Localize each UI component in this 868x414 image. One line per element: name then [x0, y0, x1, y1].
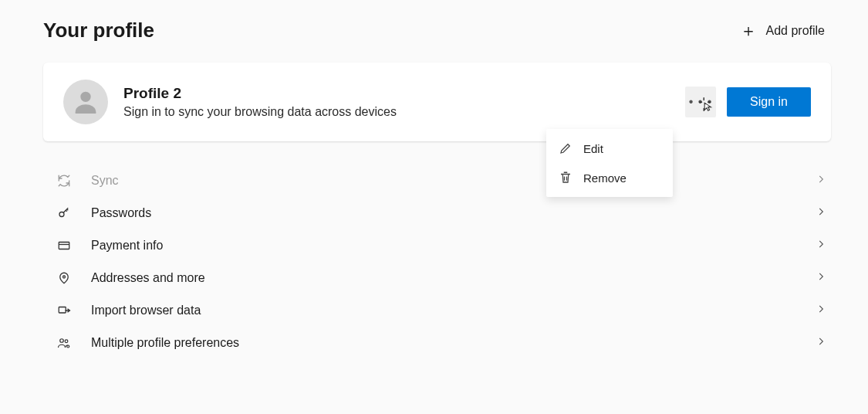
multiple-profile-row[interactable]: Multiple profile preferences [43, 327, 831, 359]
add-profile-label: Add profile [766, 24, 826, 38]
import-data-row[interactable]: Import browser data [43, 294, 831, 327]
sync-row[interactable]: Sync [43, 165, 831, 197]
card-icon [54, 239, 74, 253]
sync-label: Sync [91, 174, 816, 188]
profile-name: Profile 2 [123, 85, 685, 102]
chevron-right-icon [816, 206, 826, 220]
remove-label: Remove [583, 171, 627, 185]
signin-button[interactable]: Sign in [727, 87, 811, 117]
svg-point-0 [80, 92, 90, 102]
payment-info-row[interactable]: Payment info [43, 229, 831, 262]
svg-point-5 [60, 339, 64, 343]
profile-options-dropdown: Edit Remove [546, 129, 673, 197]
profile-subtitle: Sign in to sync your browsing data acros… [123, 105, 685, 119]
chevron-right-icon [816, 271, 826, 285]
passwords-row[interactable]: Passwords [43, 197, 831, 229]
svg-point-7 [67, 345, 69, 348]
svg-point-6 [65, 340, 68, 343]
svg-rect-4 [59, 307, 66, 314]
svg-point-3 [63, 276, 66, 278]
multiple-profile-label: Multiple profile preferences [91, 336, 816, 350]
location-icon [54, 271, 74, 285]
trash-icon [559, 171, 572, 185]
add-profile-button[interactable]: ＋ Add profile [734, 19, 832, 42]
page-title: Your profile [43, 19, 154, 42]
more-options-button[interactable]: • • • [685, 87, 716, 117]
avatar [63, 80, 108, 124]
plus-icon: ＋ [740, 22, 757, 39]
remove-menu-item[interactable]: Remove [546, 163, 673, 192]
chevron-right-icon [816, 304, 826, 317]
chevron-right-icon [816, 174, 826, 188]
svg-point-1 [59, 212, 64, 217]
edit-menu-item[interactable]: Edit [546, 134, 673, 163]
chevron-right-icon [816, 239, 826, 253]
addresses-row[interactable]: Addresses and more [43, 262, 831, 294]
key-icon [54, 206, 74, 220]
pencil-icon [559, 141, 572, 155]
chevron-right-icon [816, 336, 826, 350]
edit-label: Edit [583, 142, 603, 155]
passwords-label: Passwords [91, 206, 816, 220]
payment-info-label: Payment info [91, 239, 816, 253]
svg-rect-2 [59, 243, 69, 249]
import-icon [54, 304, 74, 317]
sync-icon [54, 174, 74, 188]
addresses-label: Addresses and more [91, 271, 816, 285]
import-data-label: Import browser data [91, 304, 816, 317]
people-icon [54, 336, 74, 350]
profile-card: Profile 2 Sign in to sync your browsing … [43, 63, 831, 141]
more-options-icon: • • • [689, 96, 713, 108]
